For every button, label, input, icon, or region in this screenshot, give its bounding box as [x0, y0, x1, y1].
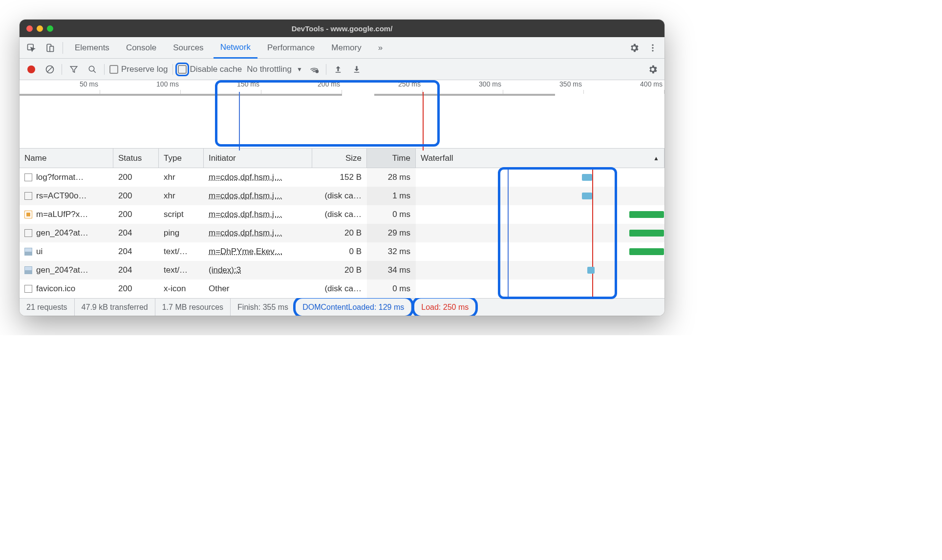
tab-elements[interactable]: Elements: [68, 37, 116, 59]
request-type: script: [159, 205, 204, 224]
request-initiator[interactable]: m=cdos,dpf,hsm,j…: [209, 210, 282, 219]
request-status: 200: [113, 187, 159, 205]
clear-icon[interactable]: [43, 63, 57, 76]
svg-point-3: [652, 44, 653, 45]
timeline-overview[interactable]: 50 ms100 ms150 ms200 ms250 ms300 ms350 m…: [20, 80, 664, 149]
file-icon: [24, 211, 32, 218]
request-time: 32 ms: [367, 242, 416, 261]
request-initiator[interactable]: m=cdos,dpf,hsm,j…: [209, 191, 282, 201]
file-icon: [24, 192, 32, 200]
col-waterfall[interactable]: Waterfall▲: [416, 149, 664, 168]
request-initiator[interactable]: m=cdos,dpf,hsm,j…: [209, 172, 282, 182]
request-name: favicon.ico: [36, 284, 75, 294]
timeline-tick: 350 ms: [503, 80, 584, 91]
tab-memory[interactable]: Memory: [324, 37, 368, 59]
request-time: 0 ms: [367, 205, 416, 224]
record-button[interactable]: [24, 63, 38, 76]
request-name: log?format…: [36, 172, 84, 182]
request-initiator[interactable]: m=DhPYme,Ekev…: [209, 247, 283, 257]
close-icon[interactable]: [26, 25, 33, 32]
window-title: DevTools - www.google.com/: [292, 24, 393, 33]
request-time: 1 ms: [367, 187, 416, 205]
maximize-icon[interactable]: [47, 25, 53, 32]
sort-indicator-icon: ▲: [653, 155, 659, 162]
disable-cache-checkbox[interactable]: Disable cache: [178, 65, 242, 74]
upload-icon[interactable]: [331, 63, 345, 76]
device-toggle-icon[interactable]: [42, 40, 58, 56]
status-bar: 21 requests 47.9 kB transferred 1.7 MB r…: [20, 298, 664, 316]
svg-point-10: [316, 70, 318, 72]
annotation-highlight: [215, 80, 440, 147]
filter-icon[interactable]: [67, 63, 81, 76]
tabs-overflow[interactable]: »: [371, 37, 389, 59]
svg-rect-2: [50, 46, 54, 51]
request-status: 204: [113, 224, 159, 242]
request-name: rs=ACT90o…: [36, 191, 86, 201]
col-type[interactable]: Type: [159, 149, 204, 168]
search-icon[interactable]: [86, 63, 99, 76]
table-headers: Name Status Type Initiator Size Time Wat…: [20, 149, 664, 168]
svg-line-7: [47, 67, 52, 72]
domcontentloaded-time: DOMContentLoaded: 129 ms: [296, 299, 411, 316]
timeline-tick: 400 ms: [584, 80, 664, 91]
inspect-icon[interactable]: [23, 40, 39, 56]
request-name: gen_204?at…: [36, 228, 88, 238]
load-time: Load: 250 ms: [414, 299, 475, 316]
request-name: m=aLUfP?x…: [36, 210, 88, 219]
annotation-highlight: [498, 167, 617, 299]
tab-sources[interactable]: Sources: [166, 37, 210, 59]
request-initiator[interactable]: Other: [209, 284, 230, 294]
download-icon[interactable]: [350, 63, 364, 76]
file-icon: [24, 173, 32, 181]
request-status: 200: [113, 280, 159, 298]
svg-point-4: [652, 47, 653, 48]
request-status: 200: [113, 168, 159, 187]
request-size: (disk ca…: [312, 187, 367, 205]
col-name[interactable]: Name: [20, 149, 113, 168]
window-controls: [26, 25, 53, 32]
request-initiator[interactable]: m=cdos,dpf,hsm,j…: [209, 228, 282, 238]
transferred-size: 47.9 kB transferred: [75, 299, 155, 316]
settings-icon[interactable]: [626, 40, 642, 56]
preserve-log-checkbox[interactable]: Preserve log: [109, 65, 168, 74]
throttling-select[interactable]: No throttling ▼: [247, 65, 302, 74]
settings-icon[interactable]: [646, 63, 660, 76]
panel-tabs: ElementsConsoleSourcesNetworkPerformance…: [20, 37, 664, 59]
request-size: (disk ca…: [312, 280, 367, 298]
file-icon: [24, 285, 32, 293]
request-name: ui: [36, 247, 43, 257]
request-type: xhr: [159, 187, 204, 205]
tab-performance[interactable]: Performance: [260, 37, 321, 59]
file-icon: [24, 266, 32, 274]
minimize-icon[interactable]: [37, 25, 43, 32]
request-initiator[interactable]: (index):3: [209, 265, 241, 275]
request-size: (disk ca…: [312, 205, 367, 224]
titlebar: DevTools - www.google.com/: [20, 20, 664, 37]
devtools-window: DevTools - www.google.com/ ElementsConso…: [20, 20, 664, 316]
request-type: text/…: [159, 261, 204, 280]
tab-console[interactable]: Console: [119, 37, 163, 59]
col-status[interactable]: Status: [113, 149, 159, 168]
col-initiator[interactable]: Initiator: [204, 149, 312, 168]
chevron-down-icon: ▼: [297, 66, 302, 73]
svg-point-8: [89, 66, 94, 71]
col-size[interactable]: Size: [312, 149, 367, 168]
more-icon[interactable]: [645, 40, 661, 56]
request-status: 204: [113, 261, 159, 280]
svg-rect-12: [354, 72, 360, 73]
request-type: xhr: [159, 168, 204, 187]
svg-rect-11: [336, 72, 341, 73]
timeline-tick: 100 ms: [100, 80, 181, 91]
separator: [63, 42, 63, 54]
svg-line-9: [93, 70, 96, 73]
timeline-tick: 50 ms: [20, 80, 100, 91]
col-time[interactable]: Time: [367, 149, 416, 168]
request-size: 20 B: [312, 261, 367, 280]
network-conditions-icon[interactable]: [307, 63, 321, 76]
resources-size: 1.7 MB resources: [155, 299, 231, 316]
disable-cache-label: Disable cache: [190, 65, 242, 74]
request-time: 29 ms: [367, 224, 416, 242]
tab-network[interactable]: Network: [214, 37, 257, 59]
request-size: 0 B: [312, 242, 367, 261]
request-name: gen_204?at…: [36, 265, 88, 275]
